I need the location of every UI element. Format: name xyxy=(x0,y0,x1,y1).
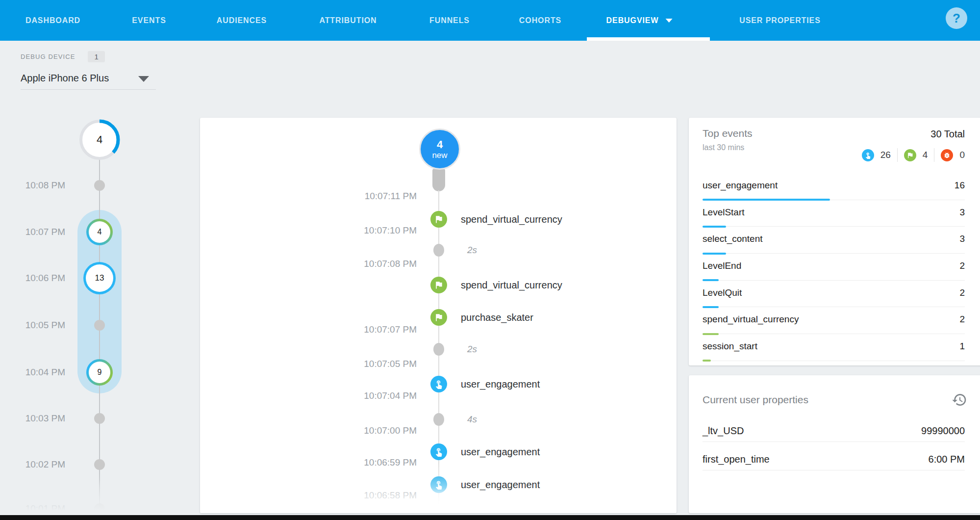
flag-event-count: 4 xyxy=(923,150,928,160)
stream-event-name[interactable]: spend_virtual_currency xyxy=(461,279,562,291)
gap-duration: 4s xyxy=(467,414,477,425)
property-value: 99990000 xyxy=(921,425,965,437)
device-select-value: Apple iPhone 6 Plus xyxy=(21,70,156,86)
new-events-count: 4 xyxy=(437,139,443,151)
stream-timestamp: 10:07:07 PM xyxy=(333,324,417,336)
timeline-tick-label: 10:04 PM xyxy=(4,366,65,378)
top-event-row[interactable]: LevelStart 3 xyxy=(703,200,965,227)
timeline-summary-count: 4 xyxy=(79,119,120,160)
timeline-minute-bubble[interactable]: 13 xyxy=(83,262,116,294)
gap-dot xyxy=(433,244,444,257)
top-events-title: Top events xyxy=(703,128,753,139)
top-event-row[interactable]: LevelEnd 2 xyxy=(703,254,965,281)
touch-icon[interactable] xyxy=(430,443,447,460)
property-name: _ltv_USD xyxy=(703,425,744,437)
top-event-row[interactable]: LevelQuit 2 xyxy=(703,281,965,308)
top-nav: DASHBOARD EVENTS AUDIENCES ATTRIBUTION F… xyxy=(0,0,980,41)
timeline-dot[interactable] xyxy=(94,413,105,424)
device-select[interactable]: Apple iPhone 6 Plus xyxy=(21,70,156,90)
timeline-dot[interactable] xyxy=(94,320,105,331)
nav-tab-user-properties[interactable]: USER PROPERTIES xyxy=(739,0,821,41)
stream-pin xyxy=(432,169,445,191)
screen-bottom-edge xyxy=(0,515,980,520)
timeline-dot[interactable] xyxy=(94,459,105,470)
timeline-dot[interactable] xyxy=(94,503,105,514)
divider xyxy=(703,442,965,442)
user-property-row[interactable]: first_open_time 6:00 PM xyxy=(703,449,965,470)
timeline-minute-bubble[interactable]: 4 xyxy=(86,219,113,245)
flag-icon[interactable] xyxy=(430,309,447,326)
flag-icon xyxy=(904,149,916,161)
stream-timestamp: 10:07:05 PM xyxy=(333,358,417,370)
flag-icon[interactable] xyxy=(430,211,447,228)
history-icon[interactable] xyxy=(952,392,967,408)
stream-event-name[interactable]: purchase_skater xyxy=(461,311,533,324)
event-stream-panel: 4 new 10:07:11 PM 10:07:10 PM 10:07:08 P… xyxy=(200,118,677,513)
help-icon[interactable]: ? xyxy=(946,7,967,29)
touch-icon xyxy=(862,149,874,161)
gap-dot xyxy=(433,413,444,426)
divider xyxy=(934,148,934,162)
top-events-total: 30 Total xyxy=(930,129,965,140)
top-events-subtitle: last 30 mins xyxy=(703,143,744,152)
stream-timestamp: 10:06:59 PM xyxy=(333,457,417,468)
nav-tab-cohorts[interactable]: COHORTS xyxy=(519,0,561,41)
top-event-row[interactable]: user_engagement 16 xyxy=(703,173,965,200)
debugview-screen: DASHBOARD EVENTS AUDIENCES ATTRIBUTION F… xyxy=(0,0,980,520)
stream-event-name[interactable]: spend_virtual_currency xyxy=(461,213,562,226)
nav-tab-debugview[interactable]: DEBUGVIEW xyxy=(606,0,673,41)
touch-event-count: 26 xyxy=(880,150,891,160)
timeline-dot[interactable] xyxy=(94,180,105,191)
event-name: LevelStart xyxy=(703,207,745,218)
debug-device-label: DEBUG DEVICE xyxy=(21,53,75,60)
divider xyxy=(703,470,965,470)
user-properties-title: Current user properties xyxy=(703,394,808,406)
event-count: 2 xyxy=(959,260,965,271)
timeline-tick-label: 10:05 PM xyxy=(4,319,65,331)
bug-icon xyxy=(941,149,953,161)
debug-device-header: DEBUG DEVICE 1 xyxy=(21,51,105,62)
stream-timestamp: 10:07:04 PM xyxy=(333,390,417,402)
stream-event-name[interactable]: user_engagement xyxy=(461,478,540,491)
top-events-card: Top events 30 Total last 30 mins 26 4 0 … xyxy=(689,118,980,365)
stream-timestamp: 10:07:11 PM xyxy=(333,190,417,202)
new-events-badge[interactable]: 4 new xyxy=(419,129,460,170)
timeline-tick-label: 10:08 PM xyxy=(4,180,65,191)
property-name: first_open_time xyxy=(703,454,770,465)
bug-event-count: 0 xyxy=(959,150,965,160)
event-count: 2 xyxy=(959,287,965,298)
touch-icon[interactable] xyxy=(430,376,447,392)
divider xyxy=(703,361,965,361)
top-event-row[interactable]: session_start 1 xyxy=(703,334,965,361)
user-property-row[interactable]: _ltv_USD 99990000 xyxy=(703,420,965,442)
stream-event-name[interactable]: user_engagement xyxy=(461,378,540,390)
event-count: 1 xyxy=(959,341,965,352)
timeline-tick-label: 10:03 PM xyxy=(4,413,65,424)
top-event-row[interactable]: spend_virtual_currency 2 xyxy=(703,307,965,334)
timeline-tick-label: 10:07 PM xyxy=(4,226,65,238)
nav-tab-debugview-label: DEBUGVIEW xyxy=(606,16,659,25)
timeline-tick-label: 10:01 PM xyxy=(4,503,65,515)
divider xyxy=(897,148,898,162)
user-properties-card: Current user properties _ltv_USD 9999000… xyxy=(689,375,980,513)
minute-event-count: 4 xyxy=(89,221,110,243)
timeline-minute-bubble[interactable]: 9 xyxy=(86,359,113,386)
flag-icon[interactable] xyxy=(430,277,447,293)
top-event-row[interactable]: select_content 3 xyxy=(703,227,965,254)
event-count: 3 xyxy=(959,207,965,218)
gap-dot xyxy=(433,343,444,356)
stream-timestamp: 10:07:08 PM xyxy=(333,258,417,270)
nav-tab-attribution[interactable]: ATTRIBUTION xyxy=(319,0,377,41)
stream-event-name[interactable]: user_engagement xyxy=(461,445,540,458)
event-name: LevelEnd xyxy=(703,260,741,271)
nav-tab-audiences[interactable]: AUDIENCES xyxy=(217,0,267,41)
event-count: 2 xyxy=(959,314,965,325)
nav-tab-funnels[interactable]: FUNNELS xyxy=(429,0,470,41)
event-name: select_content xyxy=(703,234,763,244)
nav-tab-dashboard[interactable]: DASHBOARD xyxy=(25,0,80,41)
nav-tab-events[interactable]: EVENTS xyxy=(132,0,166,41)
timeline-summary-ring[interactable]: 4 xyxy=(79,119,120,160)
event-count: 16 xyxy=(955,180,965,191)
touch-icon[interactable] xyxy=(430,476,447,493)
property-value: 6:00 PM xyxy=(929,454,965,465)
